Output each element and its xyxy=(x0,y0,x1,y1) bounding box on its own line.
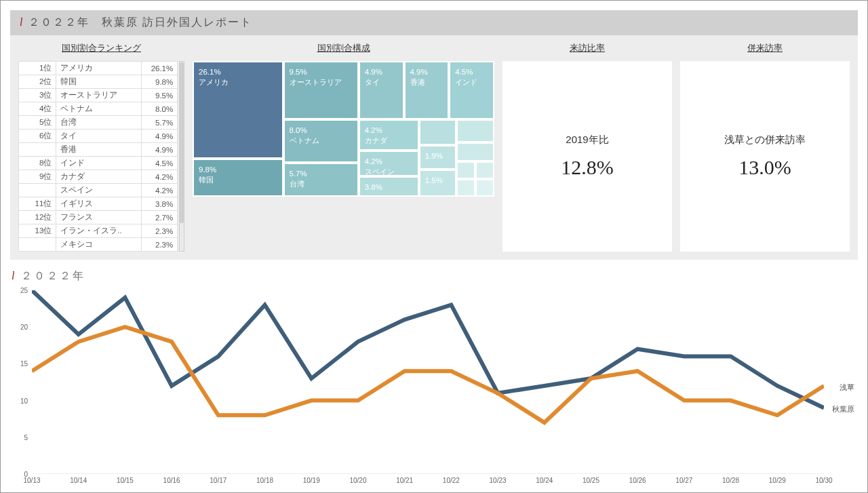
treemap-cell-aus[interactable]: 9.5%オーストラリア xyxy=(283,61,359,119)
page-title-bar: l ２０２２年 秋葉原 訪日外国人レポート xyxy=(10,10,858,35)
treemap-cell-c20[interactable] xyxy=(475,179,494,197)
table-cell: カナダ xyxy=(56,170,142,184)
table-cell: 台湾 xyxy=(56,116,142,130)
series-秋葉原[interactable] xyxy=(32,290,824,408)
x-tick: 10/18 xyxy=(256,477,273,484)
table-row[interactable]: 4位ベトナム8.0% xyxy=(19,102,178,116)
y-tick: 5 xyxy=(12,433,28,441)
table-row[interactable]: 1位アメリカ26.1% xyxy=(19,62,178,75)
treemap-cell-can[interactable]: 4.2%カナダ xyxy=(359,119,419,151)
x-tick: 10/15 xyxy=(117,477,134,484)
treemap-cell-esp[interactable]: 4.2%スペイン xyxy=(359,151,419,176)
line-chart[interactable]: 0510152025 秋葉原浅草 10/1310/1410/1510/1610/… xyxy=(10,288,858,488)
line-chart-svg xyxy=(32,290,824,474)
line-chart-section: l ２０２２年 0510152025 秋葉原浅草 10/1310/1410/15… xyxy=(10,267,858,488)
table-row[interactable]: 香港4.9% xyxy=(19,143,178,157)
treemap-cell-usa[interactable]: 26.1%アメリカ xyxy=(193,61,283,159)
table-cell: 韓国 xyxy=(56,75,142,89)
kpi-covisit-panel: 併来訪率 浅草との併来訪率 13.0% xyxy=(680,42,850,252)
accent-icon: l xyxy=(20,16,22,28)
table-row[interactable]: 9位カナダ4.2% xyxy=(19,170,178,184)
x-tick: 10/20 xyxy=(349,477,366,484)
treemap-cell-gbr[interactable]: 3.8% xyxy=(359,176,419,197)
treemap-cell-hkg[interactable]: 4.9%香港 xyxy=(404,61,450,119)
x-tick: 10/13 xyxy=(23,477,40,484)
treemap-cell-kor[interactable]: 9.8%韓国 xyxy=(193,159,283,197)
table-cell: 8位 xyxy=(19,157,56,170)
treemap-cell-c16[interactable] xyxy=(456,142,494,161)
kpi-covisit-label: 浅草との併来訪率 xyxy=(724,134,806,146)
table-row[interactable]: 3位オーストラリア9.5% xyxy=(19,89,178,102)
treemap-cell-mex[interactable]: 1.5% xyxy=(419,170,457,197)
table-cell xyxy=(19,238,56,252)
table-cell: 12位 xyxy=(19,211,56,224)
treemap-cell-vnm[interactable]: 8.0%ベトナム xyxy=(283,119,359,163)
page-title: ２０２２年 秋葉原 訪日外国人レポート xyxy=(28,16,252,28)
kpi-covisit-card: 浅草との併来訪率 13.0% xyxy=(680,61,850,252)
treemap-cell-ind[interactable]: 4.5%インド xyxy=(449,61,494,119)
x-tick: 10/16 xyxy=(163,477,180,484)
table-cell: 4.9% xyxy=(141,130,177,143)
treemap-cell-tha[interactable]: 4.9%タイ xyxy=(359,61,404,119)
y-tick: 10 xyxy=(12,397,28,404)
table-cell xyxy=(19,143,56,157)
treemap-cell-irn[interactable]: 1.9% xyxy=(419,145,457,170)
kpi-visit-ratio-title: 来訪比率 xyxy=(502,42,672,56)
treemap-cell-c19[interactable] xyxy=(456,179,475,197)
x-tick: 10/26 xyxy=(629,477,646,484)
table-row[interactable]: 2位韓国9.8% xyxy=(19,75,178,89)
x-tick: 10/24 xyxy=(536,477,553,484)
x-tick: 10/22 xyxy=(443,477,460,484)
table-cell: 6位 xyxy=(19,130,56,143)
table-row[interactable]: 13位イラン・イスラ..2.3% xyxy=(19,224,178,238)
x-tick: 10/29 xyxy=(769,477,786,484)
series-浅草[interactable] xyxy=(32,327,824,422)
table-cell: 9位 xyxy=(19,170,56,184)
x-tick: 10/23 xyxy=(490,477,507,484)
treemap-chart[interactable]: 26.1%アメリカ9.8%韓国9.5%オーストラリア8.0%ベトナム5.7%台湾… xyxy=(193,61,494,197)
table-row[interactable]: 11位イギリス3.8% xyxy=(19,197,178,211)
treemap-cell-twn[interactable]: 5.7%台湾 xyxy=(283,163,359,197)
table-cell: 13位 xyxy=(19,224,56,238)
kpi-covisit-value: 13.0% xyxy=(738,156,791,179)
x-tick: 10/27 xyxy=(675,477,692,484)
table-cell: 4.9% xyxy=(141,143,177,157)
kpi-visit-ratio-card: 2019年比 12.8% xyxy=(502,61,672,252)
line-chart-x-axis: 10/1310/1410/1510/1610/1710/1810/1910/20… xyxy=(32,475,824,488)
treemap-title: 国別割合構成 xyxy=(193,42,494,56)
table-cell: 3.8% xyxy=(141,197,177,211)
kpi-visit-ratio-panel: 来訪比率 2019年比 12.8% xyxy=(502,42,672,252)
table-row[interactable]: スペイン4.2% xyxy=(19,184,178,197)
ranking-title: 国別割合ランキング xyxy=(18,42,184,56)
table-cell: スペイン xyxy=(56,184,142,197)
treemap-cell-c17[interactable] xyxy=(456,161,475,179)
ranking-panel: 国別割合ランキング 1位アメリカ26.1%2位韓国9.8%3位オーストラリア9.… xyxy=(18,42,184,252)
table-cell: 2位 xyxy=(19,75,56,89)
x-tick: 10/17 xyxy=(210,477,226,484)
table-cell: 2.3% xyxy=(141,224,177,238)
table-cell: 9.8% xyxy=(141,75,177,89)
table-cell xyxy=(19,184,56,197)
x-tick: 10/25 xyxy=(583,477,599,484)
table-cell: フランス xyxy=(56,211,142,224)
series-label-秋葉原: 秋葉原 xyxy=(832,404,854,414)
table-row[interactable]: 8位インド4.5% xyxy=(19,157,178,170)
table-cell: 4.5% xyxy=(141,157,177,170)
table-row[interactable]: 6位タイ4.9% xyxy=(19,130,178,143)
treemap-cell-c15[interactable] xyxy=(456,119,494,142)
ranking-scrollbar[interactable] xyxy=(179,61,184,252)
x-tick: 10/21 xyxy=(396,477,413,484)
treemap-cell-c18[interactable] xyxy=(475,161,494,179)
line-chart-title: l ２０２２年 xyxy=(10,267,858,288)
table-row[interactable]: メキシコ2.3% xyxy=(19,238,178,252)
table-row[interactable]: 12位フランス2.7% xyxy=(19,211,178,224)
ranking-table[interactable]: 1位アメリカ26.1%2位韓国9.8%3位オーストラリア9.5%4位ベトナム8.… xyxy=(18,61,178,252)
table-row[interactable]: 5位台湾5.7% xyxy=(19,116,178,130)
table-cell: 5.7% xyxy=(141,116,177,130)
table-cell: オーストラリア xyxy=(56,89,142,102)
treemap-cell-fra[interactable] xyxy=(419,119,457,145)
scroll-thumb[interactable] xyxy=(180,62,184,223)
table-cell: 9.5% xyxy=(141,89,177,102)
table-cell: インド xyxy=(56,157,142,170)
y-tick: 20 xyxy=(12,323,28,331)
